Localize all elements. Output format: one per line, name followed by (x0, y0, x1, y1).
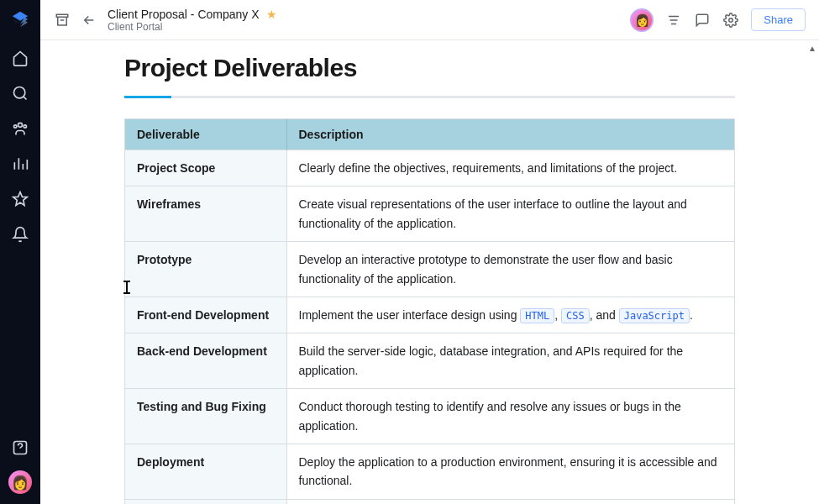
table-header-description: Description (286, 119, 734, 150)
page-title: Project Deliverables (124, 54, 735, 82)
favorite-star-icon[interactable]: ★ (266, 8, 277, 21)
notifications-icon[interactable] (11, 225, 29, 244)
comment-icon[interactable] (694, 12, 711, 29)
breadcrumb[interactable]: Client Portal (108, 21, 277, 33)
table-cell-name: Wireframes (125, 186, 286, 242)
settings-gear-icon[interactable] (722, 12, 739, 29)
code-tag: JavaScript (619, 308, 690, 323)
table-row[interactable]: WireframesCreate visual representations … (125, 186, 734, 242)
table-cell-name: Project Scope (125, 150, 286, 186)
star-icon[interactable] (11, 190, 29, 208)
user-avatar[interactable]: 👩 (8, 470, 32, 494)
table-cell-name: Front-end Development (125, 297, 286, 333)
code-tag: CSS (561, 308, 590, 323)
table-cell-desc: Provide comprehensive documentation incl… (286, 499, 734, 504)
scroll-up-arrow-icon[interactable]: ▲ (808, 44, 816, 53)
back-arrow-icon[interactable] (81, 12, 97, 29)
deliverables-table: Deliverable Description Project ScopeCle… (124, 118, 735, 504)
content-scroll[interactable]: Project Deliverables Deliverable Descrip… (40, 40, 819, 504)
table-row[interactable]: Back-end DevelopmentBuild the server-sid… (125, 333, 734, 389)
title-underline (124, 96, 735, 98)
analytics-icon[interactable] (11, 155, 29, 173)
table-cell-desc: Deploy the application to a production e… (286, 444, 734, 499)
table-cell-desc: Clearly define the objectives, requireme… (286, 150, 734, 186)
main-area: Client Proposal - Company X ★ Client Por… (40, 0, 819, 504)
home-icon[interactable] (11, 49, 29, 67)
svg-point-0 (14, 87, 25, 98)
table-cell-desc: Implement the user interface design usin… (286, 297, 734, 333)
table-cell-desc: Build the server-side logic, database in… (286, 333, 734, 389)
collaborator-avatar[interactable]: 👩 (630, 8, 654, 32)
svg-point-2 (14, 125, 17, 128)
document-title[interactable]: Client Proposal - Company X (108, 8, 260, 21)
table-row[interactable]: DeploymentDeploy the application to a pr… (125, 444, 734, 499)
left-sidebar: 👩 (0, 0, 40, 504)
menu-icon[interactable] (665, 12, 682, 29)
share-button[interactable]: Share (751, 8, 806, 31)
search-icon[interactable] (11, 84, 29, 102)
help-icon[interactable] (11, 438, 29, 457)
svg-point-1 (18, 123, 23, 127)
table-cell-desc: Create visual representations of the use… (286, 186, 734, 242)
table-row[interactable]: Testing and Bug FixingConduct thorough t… (125, 389, 734, 444)
app-logo-icon[interactable] (11, 10, 29, 29)
table-cell-name: Prototype (125, 242, 286, 297)
table-cell-name: Deployment (125, 444, 286, 499)
svg-point-3 (24, 125, 26, 128)
code-tag: HTML (520, 308, 554, 323)
table-row[interactable]: Front-end DevelopmentImplement the user … (125, 297, 734, 333)
table-header-deliverable: Deliverable (125, 119, 286, 150)
svg-point-6 (729, 18, 733, 22)
table-cell-name: Back-end Development (125, 333, 286, 389)
table-row[interactable]: PrototypeDevelop an interactive prototyp… (125, 242, 734, 297)
table-row[interactable]: Project ScopeClearly define the objectiv… (125, 150, 734, 186)
text-cursor-icon (126, 281, 128, 294)
table-row[interactable]: DocumentationProvide comprehensive docum… (125, 499, 734, 504)
topbar: Client Proposal - Company X ★ Client Por… (40, 0, 819, 40)
table-cell-desc: Develop an interactive prototype to demo… (286, 242, 734, 297)
table-cell-desc: Conduct thorough testing to identify and… (286, 389, 734, 444)
table-cell-name: Testing and Bug Fixing (125, 389, 286, 444)
svg-rect-5 (56, 14, 68, 17)
table-cell-name: Documentation (125, 499, 286, 504)
archive-icon[interactable] (54, 12, 71, 29)
people-icon[interactable] (11, 119, 29, 138)
